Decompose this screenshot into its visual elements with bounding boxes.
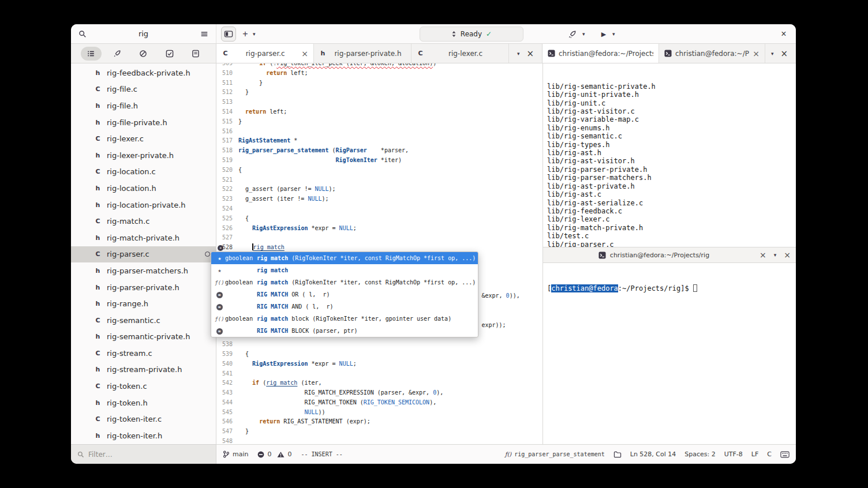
terminal-1[interactable]: lib/rig-semantic-private.hlib/rig-unit-p…: [543, 63, 796, 247]
build-rocket-button[interactable]: [564, 27, 579, 42]
run-button[interactable]: ▶: [596, 27, 611, 42]
tab-list-caret-icon[interactable]: ▾: [771, 51, 774, 57]
code-line[interactable]: 525 {: [216, 214, 542, 224]
file-item[interactable]: Crig-location.c: [71, 164, 216, 181]
completion-item[interactable]: ≡RIG_MATCH_BLOCK (parser, ptr): [211, 325, 478, 337]
code-line[interactable]: 546 return RIG_AST_STATEMENT (expr);: [216, 417, 542, 427]
code-line[interactable]: 519 RigTokenIter *iter): [216, 156, 542, 166]
terminal-frame-close-icon[interactable]: ×: [780, 48, 788, 59]
code-line[interactable]: 521: [216, 175, 542, 185]
file-item[interactable]: Crig-token-iter.c: [71, 411, 216, 427]
tab-close-icon[interactable]: ×: [301, 49, 308, 58]
file-item[interactable]: Crig-semantic.c: [71, 312, 216, 329]
language-setting[interactable]: C: [767, 451, 772, 458]
completion-item[interactable]: ≡RIG_MATCH_OR (_l, _r): [211, 288, 478, 301]
folder-icon[interactable]: [613, 451, 622, 458]
code-line[interactable]: 545 NULL)): [216, 408, 542, 418]
code-line[interactable]: 527: [216, 233, 542, 243]
code-line[interactable]: 526 RigAstExpression *expr = NULL;: [216, 224, 542, 234]
omnibar-status-button[interactable]: Ready ✓: [420, 27, 523, 42]
filter-input[interactable]: [88, 451, 204, 459]
code-line[interactable]: 524: [216, 204, 542, 214]
panel-caret-icon[interactable]: ▾: [774, 252, 777, 258]
file-item[interactable]: hrig-feedback-private.h: [71, 65, 216, 81]
panel-close-icon[interactable]: ×: [760, 250, 766, 260]
encoding-setting[interactable]: UTF-8: [724, 451, 743, 458]
file-item[interactable]: hrig-parser-matchers.h: [71, 262, 216, 279]
code-line[interactable]: 520{: [216, 166, 542, 175]
run-caret-icon[interactable]: ▾: [612, 31, 615, 37]
file-item[interactable]: hrig-stream-private.h: [71, 362, 216, 378]
code-line[interactable]: 509 if (!rig_token_iter_peek (iter, &tok…: [216, 63, 542, 69]
file-item[interactable]: Crig-stream.c: [71, 345, 216, 362]
tab-terminal-1[interactable]: christian@fedora:~/Projects/rig: [542, 44, 659, 63]
code-line[interactable]: 518rig_parser_parse_statement (RigParser…: [216, 146, 542, 156]
code-line[interactable]: 511 }: [216, 78, 542, 88]
file-item[interactable]: hrig-lexer-private.h: [71, 147, 216, 164]
code-line[interactable]: 513: [216, 97, 542, 107]
indent-setting[interactable]: Spaces: 2: [684, 451, 715, 458]
code-line[interactable]: 515}: [216, 117, 542, 127]
file-item[interactable]: hrig-file.h: [71, 97, 216, 114]
menu-icon[interactable]: [200, 30, 208, 38]
code-line[interactable]: 541: [216, 369, 542, 379]
file-item[interactable]: Crig-token.c: [71, 378, 216, 395]
completion-item[interactable]: ƒ()gbooleanrig_match_block (RigTokenIter…: [211, 313, 478, 325]
tab-rig-parser-c[interactable]: C rig-parser.c ×: [216, 44, 314, 63]
bookmarks-panel-button[interactable]: [185, 47, 206, 61]
file-item[interactable]: hrig-semantic-private.h: [71, 329, 216, 346]
file-item[interactable]: hrig-match-private.h: [71, 230, 216, 246]
file-item[interactable]: hrig-location.h: [71, 180, 216, 197]
panel-toggle-button[interactable]: [221, 27, 236, 42]
code-line[interactable]: 510 return left;: [216, 69, 542, 78]
completion-item[interactable]: ƒ()gbooleanrig_match (RigTokenIter *iter…: [211, 276, 478, 288]
search-icon[interactable]: [78, 30, 87, 38]
build-panel-button[interactable]: [107, 47, 128, 61]
tab-terminal-2[interactable]: christian@fedora:~/Projects ×: [659, 44, 765, 63]
new-tab-caret-icon[interactable]: ▾: [253, 31, 256, 37]
panel-close-icon[interactable]: ×: [784, 250, 791, 260]
build-caret-icon[interactable]: ▾: [582, 31, 585, 37]
code-line[interactable]: 540 RigAstExpression *expr = NULL;: [216, 359, 542, 369]
terminal-2[interactable]: [christian@fedora:~/Projects/rig]$: [543, 263, 796, 444]
file-item[interactable]: hrig-token.h: [71, 395, 216, 411]
outline-panel-button[interactable]: [81, 47, 102, 61]
code-line[interactable]: 538: [216, 340, 542, 350]
cursor-position[interactable]: Ln 528, Col 14: [630, 451, 676, 458]
code-line[interactable]: 517RigAstStatement *: [216, 136, 542, 146]
code-line[interactable]: 512 }: [216, 88, 542, 97]
file-item[interactable]: Crig-parser.c: [71, 246, 216, 263]
window-close-button[interactable]: ×: [776, 27, 791, 42]
file-item[interactable]: hrig-parser-private.h: [71, 279, 216, 296]
code-line[interactable]: 523 g_assert (iter != NULL);: [216, 194, 542, 204]
diagnostics-summary[interactable]: 0 0: [257, 451, 291, 458]
code-line[interactable]: 544 RIG_MATCH_TOKEN (RIG_TOKEN_SEMICOLON…: [216, 398, 542, 408]
code-line[interactable]: 514 return left;: [216, 107, 542, 117]
code-line[interactable]: 522 g_assert (parser != NULL);: [216, 185, 542, 194]
file-item[interactable]: Crig-lexer.c: [71, 130, 216, 147]
file-item[interactable]: hrig-location-private.h: [71, 197, 216, 213]
code-line[interactable]: 516: [216, 127, 542, 137]
symbol-button[interactable]: ƒ() rig_parser_parse_statement: [505, 451, 605, 457]
completion-item[interactable]: ★gbooleanrig_match (RigTokenIter *iter, …: [211, 252, 478, 264]
file-item[interactable]: hrig-file-private.h: [71, 114, 216, 131]
eol-setting[interactable]: LF: [751, 451, 758, 458]
code-line[interactable]: 539 {: [216, 350, 542, 359]
completion-item[interactable]: ★rig_match: [211, 264, 478, 276]
tab-rig-lexer-c[interactable]: C rig-lexer.c: [411, 44, 509, 63]
diagnostics-panel-button[interactable]: [133, 47, 154, 61]
file-item[interactable]: Crig-file.c: [71, 81, 216, 98]
branch-button[interactable]: main: [223, 451, 248, 458]
editor-frame-close-icon[interactable]: ×: [526, 48, 534, 59]
code-line[interactable]: 542 if (rig_match (iter,: [216, 378, 542, 388]
code-line[interactable]: 543 RIG_MATCH_EXPRESSION (parser, &expr,…: [216, 388, 542, 398]
todo-panel-button[interactable]: [159, 47, 180, 61]
keyboard-icon[interactable]: [780, 451, 790, 458]
tab-close-icon[interactable]: ×: [753, 49, 760, 58]
completion-item[interactable]: ≡RIG_MATCH_AND (_l, _r): [211, 301, 478, 313]
file-item[interactable]: hrig-token-iter.h: [71, 427, 216, 444]
file-item[interactable]: hrig-range.h: [71, 295, 216, 312]
tab-rig-parser-private-h[interactable]: h rig-parser-private.h: [314, 44, 411, 63]
code-line[interactable]: 548: [216, 437, 542, 444]
code-line[interactable]: 547 }: [216, 427, 542, 437]
